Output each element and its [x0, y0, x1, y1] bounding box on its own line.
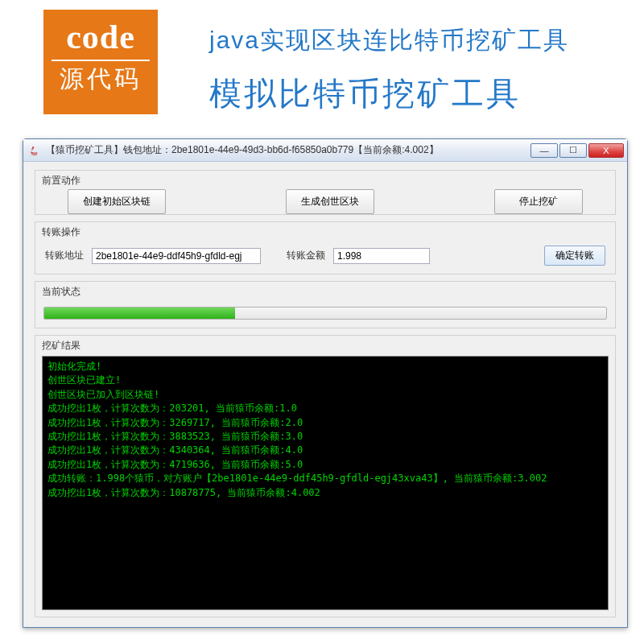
transfer-addr-input[interactable]	[92, 248, 261, 264]
transfer-amount-input[interactable]	[333, 248, 430, 264]
console-line: 成功挖出1枚，计算次数为：3269717, 当前猿币余额:2.0	[47, 416, 603, 430]
headline-2: 模拟比特币挖矿工具	[209, 72, 569, 116]
transfer-group: 转账操作 转账地址 转账金额 确定转账	[35, 221, 616, 275]
console-line: 初始化完成!	[47, 360, 603, 374]
stop-mining-button[interactable]: 停止挖矿	[494, 189, 583, 214]
status-group: 当前状态	[35, 281, 616, 328]
app-window: 【猿币挖矿工具】钱包地址：2be1801e-44e9-49d3-bb6d-f65…	[23, 138, 628, 628]
console-line: 创世区块已加入到区块链!	[47, 388, 603, 402]
logo-main: code	[43, 18, 158, 56]
result-title: 挖矿结果	[35, 336, 615, 356]
create-chain-button[interactable]: 创建初始区块链	[68, 189, 166, 214]
transfer-title: 转账操作	[35, 222, 615, 241]
window-title: 【猿币挖矿工具】钱包地址：2be1801e-44e9-49d3-bb6d-f65…	[46, 143, 526, 157]
console-line: 成功挖出1枚，计算次数为：10878775, 当前猿币余额:4.002	[47, 486, 603, 500]
progress-bar	[43, 307, 607, 320]
transfer-amount-label: 转账金额	[287, 249, 325, 262]
gen-genesis-button[interactable]: 生成创世区块	[286, 189, 374, 214]
java-icon	[28, 144, 41, 157]
headlines: java实现区块连比特币挖矿工具 模拟比特币挖矿工具	[209, 24, 569, 116]
result-group: 挖矿结果 初始化完成! 创世区块已建立! 创世区块已加入到区块链! 成功挖出1枚…	[35, 335, 616, 617]
preset-group: 前置动作 创建初始区块链 生成创世区块 停止挖矿	[35, 170, 616, 215]
titlebar[interactable]: 【猿币挖矿工具】钱包地址：2be1801e-44e9-49d3-bb6d-f65…	[23, 139, 627, 162]
logo-sub: 源代码	[52, 60, 150, 96]
mining-console[interactable]: 初始化完成! 创世区块已建立! 创世区块已加入到区块链! 成功挖出1枚，计算次数…	[42, 356, 609, 610]
status-title: 当前状态	[35, 282, 615, 300]
progress-fill	[44, 308, 235, 319]
logo-badge: code 源代码	[43, 10, 158, 114]
transfer-addr-label: 转账地址	[45, 249, 84, 262]
headline-1: java实现区块连比特币挖矿工具	[209, 24, 569, 57]
console-line: 成功挖出1枚，计算次数为：4719636, 当前猿币余额:5.0	[47, 458, 603, 472]
close-button[interactable]: X	[588, 143, 624, 158]
console-line: 成功转账：1.998个猿币，对方账户【2be1801e-44e9-ddf45h9…	[47, 472, 603, 485]
console-line: 成功挖出1枚，计算次数为：4340364, 当前猿币余额:4.0	[47, 444, 603, 457]
minimize-button[interactable]: —	[530, 143, 558, 158]
preset-title: 前置动作	[35, 171, 615, 189]
client-area: 前置动作 创建初始区块链 生成创世区块 停止挖矿 转账操作 转账地址 转账金额 …	[23, 162, 627, 627]
console-line: 成功挖出1枚，计算次数为：203201, 当前猿币余额:1.0	[47, 402, 603, 415]
console-line: 创世区块已建立!	[47, 374, 603, 387]
console-line: 成功挖出1枚，计算次数为：3883523, 当前猿币余额:3.0	[47, 430, 603, 444]
maximize-button[interactable]: ☐	[559, 143, 587, 158]
confirm-transfer-button[interactable]: 确定转账	[544, 246, 605, 266]
